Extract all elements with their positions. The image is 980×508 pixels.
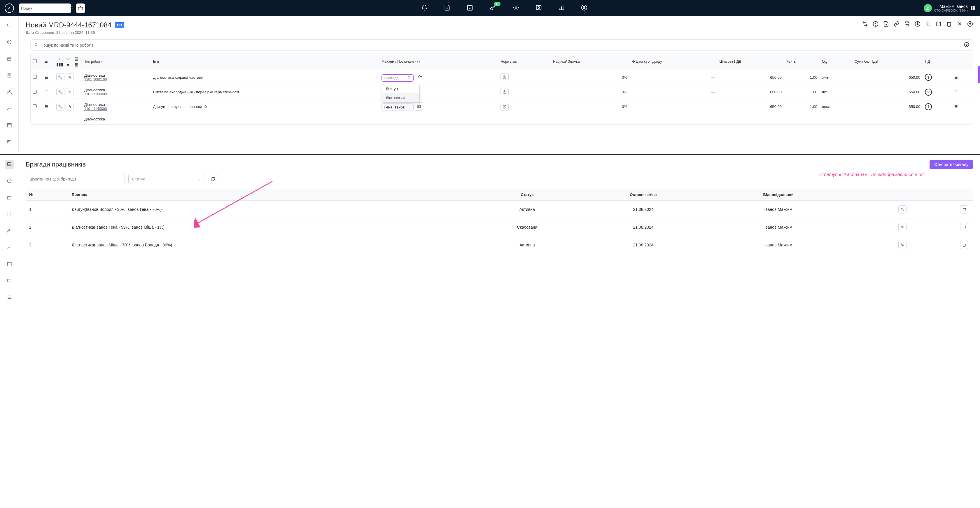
delete-button[interactable] (960, 223, 968, 231)
sidenav-laptop-icon[interactable] (5, 21, 14, 31)
mechanic-select[interactable]: Гена Іванов⌄ (382, 103, 414, 111)
users-icon[interactable] (416, 73, 424, 81)
edit-button[interactable]: ✎ (898, 205, 907, 213)
dropdown-option[interactable]: Діагностика (382, 93, 419, 102)
sidenav-gauge-icon[interactable] (5, 176, 14, 186)
row-num: 2 (25, 218, 68, 236)
user-menu[interactable]: Максим Іванов СТО CARBOOK (9444) (924, 4, 975, 12)
brigade-resp: Іванов Максим (708, 201, 850, 218)
wrench-icon[interactable]: 🔧 (56, 103, 64, 111)
contact-icon[interactable] (536, 5, 542, 12)
th-type: Тип роботи (82, 53, 151, 70)
sidenav-trend-icon[interactable] (5, 104, 14, 114)
sidenav-calendar-icon[interactable] (5, 260, 14, 269)
clock-icon[interactable] (501, 73, 509, 81)
delete-button[interactable] (960, 205, 968, 213)
menu-icon[interactable]: ☰ (45, 59, 48, 64)
select-all-checkbox[interactable] (33, 59, 37, 63)
edit-button[interactable]: ✎ (898, 223, 907, 231)
menu-icon[interactable]: ☰ (45, 105, 48, 109)
row-menu-icon[interactable]: ☰ (955, 105, 958, 109)
search-input[interactable] (21, 6, 70, 11)
help-icon[interactable]: ? (964, 42, 969, 48)
clock-icon[interactable] (501, 103, 509, 111)
help-button[interactable]: ? (925, 89, 932, 96)
dollar-icon[interactable] (581, 5, 587, 12)
bell-icon[interactable] (421, 5, 428, 12)
dropdown-option[interactable]: Двигун (382, 84, 419, 93)
close-icon[interactable] (957, 21, 963, 28)
edit-button[interactable]: ✎ (898, 241, 907, 249)
side-handle[interactable] (978, 66, 980, 83)
global-search[interactable] (19, 3, 71, 13)
price-sub: — (630, 85, 717, 100)
price-sub: — (630, 100, 717, 114)
pay-icon[interactable]: $ (915, 21, 921, 28)
sidenav-receipt-icon[interactable] (5, 210, 14, 219)
row-menu-icon[interactable]: ☰ (955, 90, 958, 94)
calendar-check-icon[interactable] (467, 5, 473, 12)
wrench-icon[interactable]: 🔧 (56, 88, 64, 96)
help-button[interactable]: ? (925, 74, 932, 81)
sidenav-tag-icon[interactable] (5, 137, 14, 147)
help-button[interactable]: ? (925, 103, 932, 110)
work-code[interactable]: 1101-1100000 (84, 92, 148, 96)
print-icon[interactable] (904, 21, 910, 28)
apps-icon[interactable] (970, 5, 975, 11)
save-file-icon[interactable] (883, 21, 889, 28)
create-brigade-button[interactable]: Створити бригаду (929, 160, 973, 169)
brigade-search-input[interactable] (25, 174, 125, 184)
row-checkbox[interactable] (33, 105, 37, 108)
warning-icon[interactable] (873, 21, 878, 28)
work-type: Діагностика (84, 102, 148, 107)
archive-icon[interactable] (935, 21, 942, 28)
card-icon[interactable] (415, 102, 423, 111)
delete-button[interactable] (960, 241, 968, 249)
work-code[interactable]: 1101-1140000 (84, 107, 148, 111)
pencil-icon[interactable]: ✎ (65, 103, 74, 111)
sidenav-tag-icon[interactable] (5, 276, 14, 286)
row-menu-icon[interactable]: ☰ (955, 75, 958, 79)
row-checkbox[interactable] (33, 90, 37, 94)
gear-icon[interactable] (513, 5, 519, 12)
building-button[interactable] (76, 3, 85, 13)
pencil-icon[interactable]: ✎ (65, 73, 74, 81)
sidenav-laptop-icon[interactable] (5, 160, 14, 170)
trash-icon[interactable] (946, 21, 952, 28)
star-icon[interactable]: ★ (64, 62, 72, 67)
sidenav-trend-icon[interactable] (5, 243, 14, 252)
barcode-icon[interactable]: ▮▮▮ (56, 62, 63, 67)
clock-icon[interactable] (501, 88, 509, 96)
plus-icon[interactable]: + (56, 56, 63, 61)
logo-icon[interactable] (5, 3, 14, 13)
link-icon[interactable] (894, 21, 899, 28)
sidenav-people-icon[interactable] (5, 87, 14, 97)
key-icon[interactable]: 11 (489, 5, 496, 12)
crown-icon[interactable]: ♔ (64, 56, 72, 61)
brigade-select[interactable]: Бригада Двигун Діагностика (382, 75, 414, 82)
help-icon[interactable]: ? (967, 21, 973, 28)
menu-icon[interactable]: ☰ (45, 90, 48, 94)
sidenav-list-icon[interactable] (5, 293, 14, 302)
wrench-icon[interactable]: 🔧 (56, 73, 64, 81)
sidenav-box-icon[interactable] (5, 193, 14, 203)
row-checkbox[interactable] (33, 75, 37, 79)
qr-icon[interactable]: ▦ (73, 62, 80, 67)
chart-icon[interactable] (558, 5, 565, 12)
work-code[interactable]: 1101-1050100 (84, 78, 148, 82)
copy-icon[interactable] (925, 21, 931, 28)
menu-icon[interactable]: ☰ (45, 75, 48, 79)
list-icon[interactable]: ▤ (73, 56, 80, 61)
work-search-input[interactable] (41, 43, 962, 48)
add-document-icon[interactable] (444, 5, 450, 12)
status-filter[interactable]: Статус⌄ (128, 174, 204, 184)
swap-icon[interactable] (862, 21, 868, 28)
sidenav-calendar-icon[interactable] (5, 121, 14, 130)
sidenav-box-icon[interactable] (5, 54, 14, 64)
sidenav-receipt-icon[interactable] (5, 71, 14, 81)
sidenav-gauge-icon[interactable] (5, 38, 14, 47)
pencil-icon[interactable]: ✎ (65, 88, 74, 96)
brigade-status: Активна (476, 236, 579, 254)
refresh-button[interactable] (208, 174, 218, 184)
sidenav-people-icon[interactable] (5, 226, 14, 236)
